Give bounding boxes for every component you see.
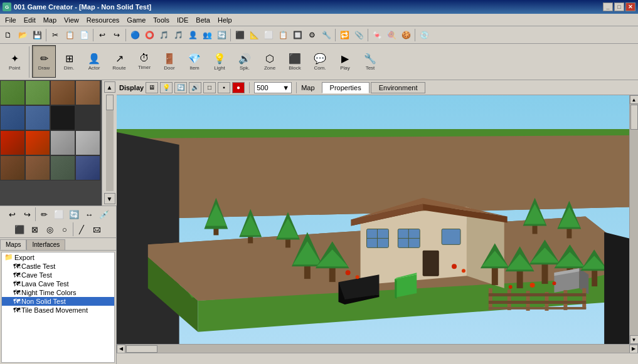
tool-zone[interactable]: ⬡Zone — [258, 45, 282, 78]
horizontal-scrollbar[interactable]: ◀ ▶ — [117, 344, 638, 353]
tile-red1[interactable] — [0, 130, 25, 155]
tool-door[interactable]: 🚪Door — [157, 45, 181, 78]
tb-icon-15[interactable]: 🔁 — [338, 28, 351, 42]
tool-spk-[interactable]: 🔊Spk. — [233, 45, 257, 78]
tb-icon-14[interactable]: 🔧 — [319, 28, 333, 42]
vscroll-up-button[interactable]: ▲ — [630, 95, 639, 104]
palette-up-button[interactable]: ▲ — [104, 81, 115, 93]
tool-test[interactable]: 🔧Test — [358, 45, 382, 78]
tree-item-5[interactable]: 🗺 Tile Based Movement — [2, 306, 114, 315]
tree-root-export[interactable]: 📁 Export — [2, 252, 114, 262]
tool-timer[interactable]: ⏱Timer — [132, 45, 156, 78]
properties-tab[interactable]: Properties — [322, 82, 370, 93]
tool-light[interactable]: 💡Light — [208, 45, 231, 78]
3d-view[interactable] — [117, 95, 629, 344]
interfaces-tab[interactable]: Interfaces — [26, 239, 65, 250]
menu-map[interactable]: Map — [40, 15, 60, 25]
tree-item-3[interactable]: 🗺 Night Time Colors — [2, 288, 114, 297]
tool-point[interactable]: ✦Point — [3, 45, 26, 78]
tb-icon-2[interactable]: ⭕ — [142, 28, 156, 42]
display-btn-4[interactable]: 🔊 — [189, 82, 201, 93]
display-btn-5[interactable]: □ — [203, 82, 216, 93]
tile-water2[interactable] — [25, 105, 50, 130]
select-tool[interactable]: ⊠ — [28, 222, 41, 236]
hscroll-left-button[interactable]: ◀ — [117, 345, 125, 353]
tb-icon-3[interactable]: 🎵 — [157, 28, 171, 42]
tb-icon-1[interactable]: 🔵 — [128, 28, 142, 42]
maps-tab[interactable]: Maps — [0, 239, 26, 250]
redo-tool[interactable]: ↪ — [20, 207, 34, 221]
menu-beta[interactable]: Beta — [192, 15, 214, 25]
tool-route[interactable]: ↗Route — [107, 45, 131, 78]
tile-water1[interactable] — [0, 105, 25, 130]
display-btn-6[interactable]: ▪ — [218, 82, 230, 93]
rotate-tool[interactable]: 🔄 — [67, 207, 81, 221]
menu-game[interactable]: Game — [123, 15, 149, 25]
vertical-scrollbar[interactable]: ▲ ▼ — [629, 95, 638, 344]
menu-view[interactable]: View — [60, 15, 83, 25]
menu-edit[interactable]: Edit — [20, 15, 40, 25]
undo-button[interactable]: ↩ — [95, 28, 109, 42]
tile-dirt1[interactable] — [50, 80, 75, 105]
open-button[interactable]: 📂 — [16, 28, 29, 42]
display-btn-7[interactable]: ● — [232, 82, 245, 93]
tile-grass1[interactable] — [0, 80, 25, 105]
tb-icon-9[interactable]: 📐 — [247, 28, 261, 42]
vscroll-thumb[interactable] — [630, 105, 638, 130]
tree-item-0[interactable]: 🗺 Castle Test — [2, 262, 114, 271]
tool-item[interactable]: 💎Item — [183, 45, 206, 78]
tb-icon-5[interactable]: 👤 — [186, 28, 199, 42]
tree-item-1[interactable]: 🗺 Cave Test — [2, 271, 114, 279]
redo-button[interactable]: ↪ — [110, 28, 124, 42]
tb-icon-6[interactable]: 👥 — [200, 28, 214, 42]
tile-red2[interactable] — [25, 130, 50, 155]
tile-dirt2[interactable] — [75, 80, 100, 105]
tb-icon-16[interactable]: 📎 — [352, 28, 366, 42]
display-btn-3[interactable]: 🔄 — [174, 82, 187, 93]
minimize-button[interactable]: _ — [603, 3, 613, 11]
menu-ide[interactable]: IDE — [173, 15, 192, 25]
vscroll-down-button[interactable]: ▼ — [630, 335, 639, 344]
eraser-tool[interactable]: ⬜ — [52, 207, 66, 221]
undo-tool[interactable]: ↩ — [5, 207, 19, 221]
tool-actor[interactable]: 👤Actor — [82, 45, 106, 78]
menu-tools[interactable]: Tools — [149, 15, 173, 25]
tile-stone1[interactable] — [50, 130, 75, 155]
hscroll-right-button[interactable]: ▶ — [629, 345, 638, 353]
tb-icon-18[interactable]: 🍭 — [385, 28, 398, 42]
tool-play[interactable]: ▶Play — [333, 45, 357, 78]
tool-draw[interactable]: ✏Draw — [32, 45, 56, 78]
tb-icon-13[interactable]: ⚙ — [305, 28, 319, 42]
tb-icon-8[interactable]: ⬛ — [233, 28, 247, 42]
palette-down-button[interactable]: ▼ — [104, 193, 115, 204]
magic-tool[interactable]: ○ — [58, 222, 72, 236]
tb-icon-12[interactable]: 🔲 — [290, 28, 304, 42]
tb-icon-10[interactable]: ⬜ — [262, 28, 275, 42]
cut-button[interactable]: ✂ — [48, 28, 62, 42]
tool-com-[interactable]: 💬Com. — [308, 45, 332, 78]
pencil-tool[interactable]: ✏ — [37, 207, 51, 221]
new-button[interactable]: 🗋 — [1, 28, 15, 42]
menu-file[interactable]: File — [1, 15, 20, 25]
close-button[interactable]: ✕ — [625, 3, 635, 11]
tile-black2[interactable] — [75, 105, 100, 130]
fill-tool[interactable]: ⬛ — [13, 222, 26, 236]
environment-tab[interactable]: Environment — [371, 82, 426, 93]
tb-icon-19[interactable]: 🍪 — [399, 28, 413, 42]
palette-scroll-thumb[interactable] — [106, 95, 114, 110]
tile-grass2[interactable] — [25, 80, 50, 105]
tree-item-4[interactable]: 🗺 Non Solid Test — [2, 297, 114, 306]
tb-icon-11[interactable]: 📋 — [276, 28, 290, 42]
display-btn-1[interactable]: 🖥 — [146, 82, 158, 93]
display-btn-2[interactable]: 💡 — [160, 82, 173, 93]
maximize-button[interactable]: □ — [614, 3, 624, 11]
lasso-tool[interactable]: ◎ — [43, 222, 56, 236]
tile-dark1[interactable] — [50, 155, 75, 180]
copy-button[interactable]: 📋 — [63, 28, 77, 42]
tool-dim-[interactable]: ⊞Dim. — [57, 45, 81, 78]
tile-stone2[interactable] — [75, 130, 100, 155]
tile-wood1[interactable] — [0, 155, 25, 180]
stamp-tool[interactable]: 🖂 — [90, 222, 104, 236]
line-tool[interactable]: ╱ — [75, 222, 88, 236]
tile-blue1[interactable] — [75, 155, 100, 180]
